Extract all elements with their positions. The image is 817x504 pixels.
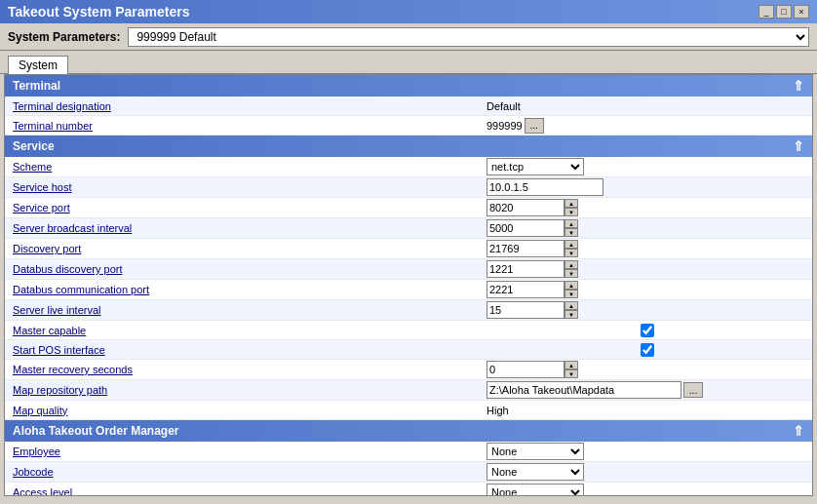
window-controls: _ □ × [759,5,809,19]
server-live-spin-down[interactable]: ▼ [564,310,578,319]
service-port-spinner: ▲ ▼ [486,199,578,216]
terminal-section-title: Terminal [13,79,60,93]
server-broadcast-spin-up[interactable]: ▲ [564,219,578,228]
jobcode-value: None [483,462,812,482]
service-port-value: ▲ ▼ [483,198,812,217]
service-port-spin-up[interactable]: ▲ [564,199,578,208]
server-broadcast-label[interactable]: Server broadcast interval [5,220,483,236]
table-row: Access level None [5,483,812,496]
minimize-button[interactable]: _ [759,5,774,19]
terminal-number-label[interactable]: Terminal number [5,118,483,134]
table-row: Databus discovery port ▲ ▼ [5,259,812,280]
start-pos-interface-value [483,342,812,358]
databus-discovery-port-label[interactable]: Databus discovery port [5,261,483,277]
databus-comm-spin-down[interactable]: ▼ [564,290,578,298]
table-row: Service port ▲ ▼ [5,198,812,218]
databus-comm-port-label[interactable]: Databus communication port [5,282,483,297]
order-manager-section-title: Aloha Takeout Order Manager [13,424,178,438]
table-row: Master capable [5,321,812,340]
main-content: Terminal ⇑ Terminal designation Default … [4,74,813,496]
service-section-header: Service ⇑ [5,136,812,157]
table-row: Master recovery seconds ▲ ▼ [5,360,812,380]
map-repository-value: ... [483,380,812,400]
databus-discovery-port-input[interactable] [486,260,564,278]
service-host-value [483,177,812,197]
table-row: Server live interval ▲ ▼ [5,300,812,321]
service-host-input[interactable] [486,178,603,196]
access-level-select[interactable]: None [486,484,584,496]
map-repository-ellipsis-button[interactable]: ... [683,382,703,398]
server-broadcast-input[interactable] [486,219,564,237]
map-repository-label[interactable]: Map repository path [5,382,483,398]
tab-system[interactable]: System [8,56,68,74]
map-quality-value: High [483,404,812,417]
service-port-input[interactable] [486,199,564,216]
server-broadcast-spin-down[interactable]: ▼ [564,228,578,237]
discovery-port-input[interactable] [486,240,564,257]
discovery-port-spin-up[interactable]: ▲ [564,240,578,249]
server-broadcast-value: ▲ ▼ [483,218,812,238]
master-recovery-input[interactable] [486,361,564,378]
order-manager-collapse-icon[interactable]: ⇑ [793,423,804,439]
databus-comm-port-input[interactable] [486,281,564,298]
order-manager-section-header: Aloha Takeout Order Manager ⇑ [5,420,812,442]
jobcode-label[interactable]: Jobcode [5,464,483,480]
system-params-select[interactable]: 999999 Default [128,27,809,47]
terminal-collapse-icon[interactable]: ⇑ [793,78,804,94]
service-collapse-icon[interactable]: ⇑ [793,138,804,154]
discovery-port-spin-down[interactable]: ▼ [564,249,578,257]
table-row: Map repository path ... [5,380,812,401]
scheme-select[interactable]: net.tcp [486,158,584,175]
access-level-label[interactable]: Access level [5,485,483,496]
table-row: Terminal designation Default [5,97,812,116]
close-button[interactable]: × [794,5,809,19]
master-capable-checkbox[interactable] [641,324,654,337]
service-port-spin-down[interactable]: ▼ [564,208,578,216]
master-recovery-spin-up[interactable]: ▲ [564,361,578,369]
start-pos-interface-checkbox[interactable] [641,343,654,357]
maximize-button[interactable]: □ [776,5,792,19]
terminal-number-ellipsis-button[interactable]: ... [525,118,544,134]
table-row: Map quality High [5,401,812,420]
access-level-value: None [483,483,812,496]
server-live-interval-value: ▲ ▼ [483,300,812,320]
table-row: Server broadcast interval ▲ ▼ [5,218,812,239]
map-repository-input[interactable] [486,381,681,399]
databus-discovery-spin-up[interactable]: ▲ [564,260,578,269]
service-port-label[interactable]: Service port [5,200,483,215]
service-host-label[interactable]: Service host [5,179,483,195]
employee-select[interactable]: None [486,443,584,460]
map-quality-label[interactable]: Map quality [5,403,483,418]
jobcode-select[interactable]: None [486,463,584,481]
master-capable-value [483,323,812,338]
terminal-designation-label[interactable]: Terminal designation [5,98,483,114]
table-row: Databus communication port ▲ ▼ [5,280,812,300]
table-row: Service host [5,177,812,198]
scheme-label[interactable]: Scheme [5,159,483,174]
master-recovery-value: ▲ ▼ [483,360,812,379]
table-row: Discovery port ▲ ▼ [5,239,812,259]
tabs-bar: System [0,51,817,74]
server-live-interval-input[interactable] [486,301,564,319]
system-params-bar: System Parameters: 999999 Default [0,23,817,51]
master-recovery-spin-down[interactable]: ▼ [564,369,578,378]
master-capable-label[interactable]: Master capable [5,323,483,338]
terminal-section-header: Terminal ⇑ [5,75,812,97]
databus-comm-port-value: ▲ ▼ [483,280,812,299]
databus-discovery-spin-down[interactable]: ▼ [564,269,578,278]
server-live-interval-label[interactable]: Server live interval [5,302,483,318]
employee-label[interactable]: Employee [5,444,483,459]
databus-comm-spin-up[interactable]: ▲ [564,281,578,290]
table-row: Start POS interface [5,340,812,360]
discovery-port-value: ▲ ▼ [483,239,812,258]
server-live-spin-up[interactable]: ▲ [564,301,578,310]
service-section-title: Service [13,139,55,153]
employee-value: None [483,442,812,461]
discovery-port-label[interactable]: Discovery port [5,241,483,256]
databus-discovery-port-value: ▲ ▼ [483,259,812,279]
scheme-value: net.tcp [483,157,812,176]
table-row: Scheme net.tcp [5,157,812,177]
start-pos-interface-label[interactable]: Start POS interface [5,342,483,358]
master-recovery-label[interactable]: Master recovery seconds [5,362,483,377]
terminal-designation-value: Default [483,99,812,113]
